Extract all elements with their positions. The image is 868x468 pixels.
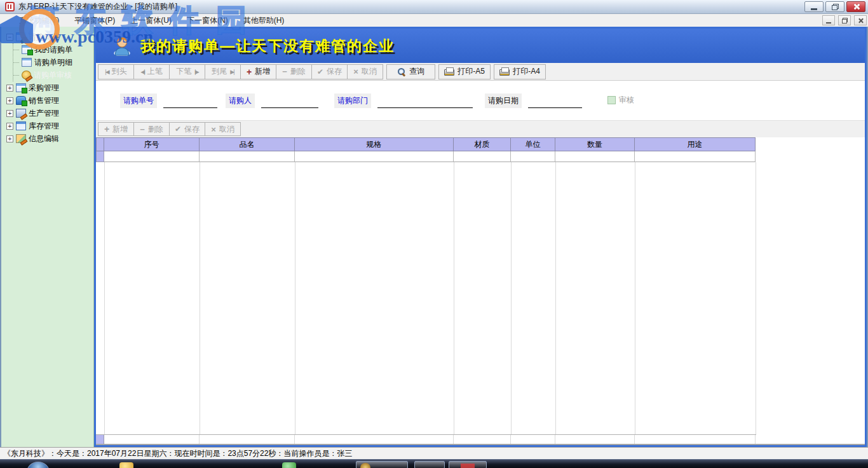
column-header-seq[interactable]: 序号: [104, 137, 200, 151]
tree-item-purchase-manage[interactable]: + 采购管理: [4, 81, 93, 94]
grid-cell[interactable]: [104, 151, 200, 162]
save-icon: ✔: [317, 67, 323, 76]
menu-item-help[interactable]: 其他帮助(H): [236, 14, 292, 27]
detail-grid[interactable]: 序号 品名 规格 材质 单位 数量 用途: [96, 137, 865, 445]
audit-checkbox[interactable]: [607, 96, 616, 104]
delete-button[interactable]: − 删除: [276, 64, 312, 79]
column-header-material[interactable]: 材质: [454, 137, 511, 151]
column-header-quantity[interactable]: 数量: [555, 137, 635, 151]
grid-header: 序号 品名 规格 材质 单位 数量 用途: [96, 137, 865, 151]
detail-cancel-button[interactable]: × 取消: [205, 122, 241, 136]
child-restore-button[interactable]: [838, 15, 851, 25]
detail-add-button[interactable]: + 新增: [98, 122, 134, 136]
next-record-button[interactable]: 下笔 |▶: [169, 64, 205, 79]
expand-icon[interactable]: +: [6, 85, 13, 92]
request-date-input[interactable]: [528, 97, 582, 108]
child-minimize-button[interactable]: [822, 15, 835, 25]
close-button[interactable]: [846, 1, 865, 12]
goto-first-button[interactable]: |◀ 到头: [98, 64, 134, 79]
expand-icon[interactable]: +: [6, 123, 13, 130]
menu-item-system[interactable]: 系统功能(T): [11, 14, 67, 27]
request-audit-icon: [22, 71, 31, 79]
taskbar-window-button[interactable]: [449, 461, 487, 468]
print-a5-button[interactable]: 打印-A5: [438, 64, 491, 79]
request-dept-input[interactable]: [377, 97, 473, 108]
minimize-button[interactable]: [804, 1, 824, 12]
add-button[interactable]: + 新增: [240, 64, 276, 79]
tree-item-label: 请购单明细: [34, 57, 72, 68]
grid-cell[interactable]: [635, 151, 756, 162]
child-minimize-icon: [826, 22, 831, 24]
tree-item-request-audit[interactable]: 请购单审核: [13, 69, 93, 81]
restore-icon: [832, 4, 839, 10]
expand-icon[interactable]: +: [6, 97, 13, 104]
menu-item-prev-window[interactable]: 上一窗体(U): [123, 14, 179, 27]
grid-cell[interactable]: [454, 151, 511, 162]
print-a4-button[interactable]: 打印-A4: [494, 64, 546, 79]
grid-cell[interactable]: [295, 151, 454, 162]
column-header-spec[interactable]: 规格: [295, 137, 454, 151]
child-restore-icon: [842, 18, 848, 24]
grid-cell: [200, 435, 295, 444]
requester-field: 请购人: [226, 93, 318, 108]
detail-save-button[interactable]: ✔ 保存: [169, 122, 205, 136]
goto-last-button[interactable]: 到尾 ▶|: [205, 64, 241, 79]
tree-item-production-manage[interactable]: + 生产管理: [4, 107, 93, 120]
save-button[interactable]: ✔ 保存: [311, 64, 348, 79]
grid-empty-row[interactable]: [96, 151, 865, 162]
taskbar-window-button[interactable]: [356, 461, 408, 468]
detail-toolbar: + 新增 − 删除 ✔ 保存 × 取消: [96, 120, 865, 137]
requester-input[interactable]: [261, 97, 318, 108]
grid-cell[interactable]: [200, 151, 295, 162]
button-label: 新增: [255, 66, 270, 77]
grid-cell: [511, 435, 555, 444]
menu-item-next-window[interactable]: 下一窗体(N): [179, 14, 236, 27]
tree-item-inventory-manage[interactable]: + 库存管理: [4, 120, 93, 132]
grid-column-line: [511, 162, 512, 434]
request-dept-label: 请购部门: [334, 93, 371, 108]
row-selector-cell[interactable]: [96, 151, 104, 162]
requester-label: 请购人: [226, 93, 255, 108]
tree-item-info-edit[interactable]: + 信息编辑: [4, 132, 93, 145]
taskbar[interactable]: [0, 459, 868, 468]
button-label: 保存: [327, 66, 342, 77]
prev-record-button[interactable]: ◀| 上笔: [133, 64, 170, 79]
grid-column-line: [756, 162, 756, 434]
tree-item-my-request[interactable]: 我的请购单: [13, 43, 93, 56]
cancel-button[interactable]: × 取消: [347, 64, 383, 79]
request-no-input[interactable]: [163, 97, 217, 108]
restore-button[interactable]: [825, 1, 844, 12]
app-logo-icon: [5, 2, 15, 11]
search-icon: [397, 67, 406, 76]
start-button[interactable]: [27, 462, 50, 468]
detail-delete-button[interactable]: − 删除: [133, 122, 170, 136]
search-button[interactable]: 查询: [386, 64, 435, 79]
row-selector-cell[interactable]: [96, 435, 104, 444]
button-label: 删除: [148, 124, 163, 135]
button-label: 新增: [112, 124, 128, 135]
column-header-unit[interactable]: 单位: [511, 137, 555, 151]
menu-item-tile-windows[interactable]: 平铺窗体(P): [67, 14, 123, 27]
taskbar-app-icon[interactable]: [119, 462, 133, 468]
grid-cell[interactable]: [511, 151, 555, 162]
status-bar: 《东月科技》：今天是：2017年07月22日星期六：现在时时间是：23点57分2…: [0, 447, 868, 459]
tree-item-request-detail[interactable]: 请购单明细: [13, 56, 93, 69]
purchase-manage-icon: [16, 83, 26, 92]
taskbar-window-button[interactable]: [414, 461, 445, 468]
row-selector-header: [96, 137, 104, 151]
delete-icon: −: [140, 125, 145, 134]
next-record-icon: |▶: [194, 69, 198, 75]
child-close-button[interactable]: [854, 15, 867, 25]
tree-item-label: 销售管理: [29, 95, 59, 106]
taskbar-app-icon[interactable]: [282, 462, 296, 468]
tree-item-request-manage[interactable]: − 请购管理: [4, 31, 93, 43]
column-header-purpose[interactable]: 用途: [635, 137, 756, 151]
expand-icon[interactable]: +: [6, 135, 13, 142]
column-header-product-name[interactable]: 品名: [200, 137, 295, 151]
grid-cell[interactable]: [555, 151, 635, 162]
tree-item-sales-manage[interactable]: + 销售管理: [4, 94, 93, 107]
button-label: 到尾: [212, 66, 227, 77]
expand-icon[interactable]: +: [6, 110, 13, 117]
collapse-icon[interactable]: −: [6, 34, 13, 41]
cancel-icon: ×: [211, 125, 216, 134]
